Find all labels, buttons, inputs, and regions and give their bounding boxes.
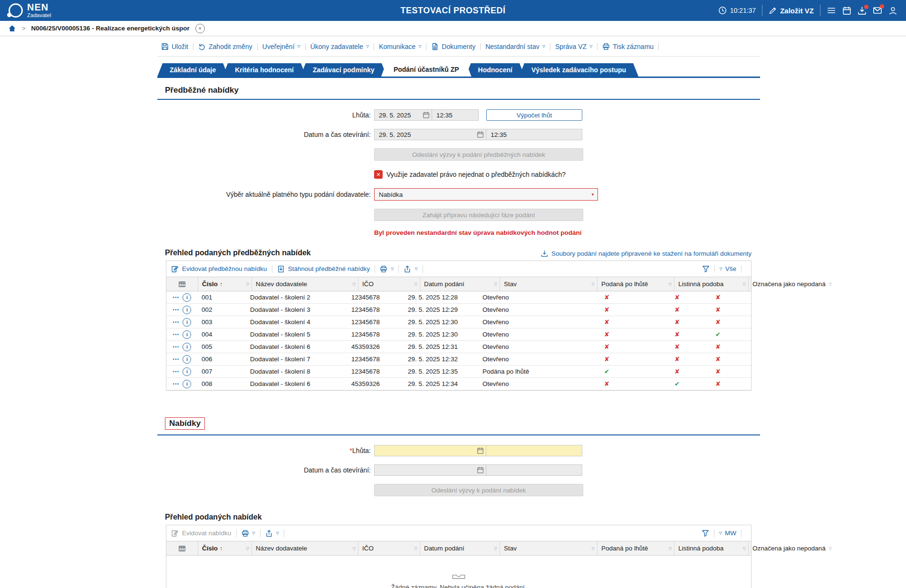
home-icon[interactable] <box>8 24 16 32</box>
close-icon[interactable]: ✕ <box>195 24 205 33</box>
menu-icon[interactable] <box>827 6 836 15</box>
filter-icon[interactable] <box>702 265 710 273</box>
zahajit-fazi-button[interactable]: Zahájit přípravu následující fáze podání <box>374 209 583 221</box>
filter-chevron-icon[interactable]: ▽ <box>246 282 249 287</box>
column-header-podana-po-lhute[interactable]: Podaná po lhůtě▽ <box>597 541 674 555</box>
table-row[interactable]: •••i003Dodavatel - školení 41234567829. … <box>166 316 751 328</box>
files-link[interactable]: Soubory podání najdete připravené ke sta… <box>541 250 752 257</box>
toolbar-nestandardni-stav[interactable]: Nestandardní stav▽ <box>485 43 545 50</box>
lhuta-date-input[interactable]: 29. 5. 2025 <box>374 109 432 121</box>
calendar-icon[interactable] <box>423 112 430 119</box>
row-info-icon[interactable]: i <box>183 293 191 302</box>
row-info-icon[interactable]: i <box>183 343 191 351</box>
filter-chevron-icon[interactable]: ▽ <box>591 282 595 287</box>
table-row[interactable]: •••i008Dodavatel - školení 64535932629. … <box>166 378 751 390</box>
user-icon[interactable] <box>888 6 897 15</box>
toolbar-ulozit[interactable]: Uložit <box>161 43 188 50</box>
offers-lhuta-time-input[interactable] <box>486 445 582 456</box>
calendar-icon[interactable] <box>477 447 484 454</box>
row-menu-icon[interactable]: ••• <box>173 308 180 312</box>
toolbar-komunikace[interactable]: Komunikace▽ <box>379 43 421 50</box>
calendar-icon[interactable] <box>477 131 484 138</box>
print-button[interactable]: ▽ <box>380 265 394 273</box>
evidovat-predbeznou-button[interactable]: Evidovat předběžnou nabídku <box>171 265 267 273</box>
row-menu-icon[interactable]: ••• <box>173 345 180 349</box>
column-header-cislo[interactable]: Číslo↑▽ <box>198 541 251 555</box>
checkbox-no-icon[interactable]: ✕ <box>374 170 383 179</box>
column-config-cell[interactable] <box>166 277 198 291</box>
filter-chevron-icon[interactable]: ▽ <box>668 546 672 551</box>
tab-zadavaci-podminky[interactable]: Zadávací podmínky <box>300 63 387 77</box>
filter-chevron-icon[interactable]: ▽ <box>352 282 356 287</box>
column-header-datum-podani[interactable]: Datum podání▽ <box>420 541 500 555</box>
column-header-podana-po-lhute[interactable]: Podaná po lhůtě▽ <box>597 277 674 291</box>
column-header-nazev-dodavatele[interactable]: Název dodavatele▽ <box>251 277 358 291</box>
brand[interactable]: NEN Zadavatel <box>9 2 51 19</box>
export-button[interactable]: ▽ <box>404 265 417 273</box>
filter-value[interactable]: MW <box>725 530 736 537</box>
toolbar-uverejneni[interactable]: Uveřejnění▽ <box>262 43 300 50</box>
filter-chevron-icon[interactable]: ▽ <box>494 546 497 551</box>
chevron-down-icon[interactable]: ▽ <box>720 267 723 271</box>
row-info-icon[interactable]: i <box>183 330 191 339</box>
tab-hodnoceni[interactable]: Hodnocení <box>466 63 525 77</box>
lhuta-time-input[interactable]: 12:35 <box>432 109 479 121</box>
column-config-cell[interactable] <box>166 541 198 555</box>
column-header-cislo[interactable]: Číslo↑▽ <box>198 277 251 291</box>
row-info-icon[interactable]: i <box>183 355 191 364</box>
row-info-icon[interactable]: i <box>183 380 191 388</box>
column-header-stav[interactable]: Stav▽ <box>500 277 597 291</box>
row-info-icon[interactable]: i <box>183 318 191 327</box>
downloads-icon[interactable] <box>858 6 867 15</box>
row-info-icon[interactable]: i <box>183 367 191 376</box>
vypocet-lhut-button[interactable]: Výpočet lhůt <box>486 109 582 121</box>
column-header-datum-podani[interactable]: Datum podání▽ <box>420 277 500 291</box>
filter-icon[interactable] <box>702 530 709 537</box>
table-row[interactable]: •••i006Dodavatel - školení 71234567829. … <box>166 353 751 366</box>
row-menu-icon[interactable]: ••• <box>173 369 180 374</box>
offers-otevirani-time-input[interactable] <box>486 464 582 476</box>
offers-odeslani-button[interactable]: Odeslání výzvy k podání nabídek <box>374 484 583 496</box>
export-button[interactable]: ▽ <box>265 530 279 537</box>
odeslani-vyzvy-button[interactable]: Odeslání výzvy k podání předběžných nabí… <box>374 148 583 161</box>
table-row[interactable]: •••i001Dodavatel - školení 21234567829. … <box>166 291 751 304</box>
typ-podani-select[interactable]: Nabídka ▼ <box>374 188 598 201</box>
toolbar-dokumenty[interactable]: Dokumenty <box>431 43 475 50</box>
table-row[interactable]: •••i002Dodavatel - školení 31234567829. … <box>166 304 751 316</box>
chevron-down-icon[interactable]: ▽ <box>719 531 722 535</box>
filter-chevron-icon[interactable]: ▽ <box>494 282 497 287</box>
filter-chevron-icon[interactable]: ▽ <box>352 546 356 551</box>
table-row[interactable]: •••i005Dodavatel - školení 64535932629. … <box>166 341 751 353</box>
row-menu-icon[interactable]: ••• <box>173 295 180 300</box>
tab-zakladni-udaje[interactable]: Základní údaje <box>157 63 228 77</box>
column-header-listinna-podoba[interactable]: Listinná podoba▽ <box>674 277 748 291</box>
otevirani-date-input[interactable]: 29. 5. 2025 <box>374 129 486 140</box>
column-header-ico[interactable]: IČO▽ <box>358 541 420 555</box>
filter-chevron-icon[interactable]: ▽ <box>742 282 746 287</box>
offers-otevirani-date-input[interactable] <box>374 464 486 476</box>
calendar-icon[interactable] <box>842 6 851 15</box>
filter-chevron-icon[interactable]: ▽ <box>246 546 249 551</box>
filter-chevron-icon[interactable]: ▽ <box>591 546 595 551</box>
column-header-oznacena-jako-nepodana[interactable]: Označena jako nepodaná▽ <box>748 277 834 291</box>
column-header-oznacena-jako-nepodana[interactable]: Označena jako nepodaná▽ <box>748 541 834 555</box>
toolbar-sprava-vz[interactable]: Správa VZ▽ <box>555 43 592 50</box>
column-header-ico[interactable]: IČO▽ <box>358 277 420 291</box>
column-header-listinna-podoba[interactable]: Listinná podoba▽ <box>674 541 748 555</box>
filter-chevron-icon[interactable]: ▽ <box>829 282 832 287</box>
toolbar-zahodit-zmeny[interactable]: Zahodit změny <box>198 43 252 50</box>
tab-podani-ucastniku-zp[interactable]: Podání účastníků ZP <box>381 62 472 77</box>
row-menu-icon[interactable]: ••• <box>173 332 180 337</box>
toolbar-tisk-zaznamu[interactable]: Tisk záznamu <box>602 43 654 50</box>
row-menu-icon[interactable]: ••• <box>173 382 180 386</box>
stahnout-predbezne-button[interactable]: Stáhnout předběžné nabídky <box>277 265 370 273</box>
otevirani-time-input[interactable]: 12:35 <box>486 129 582 140</box>
evidovat-nabidku-button[interactable]: Evidovat nabídku <box>171 530 231 537</box>
column-header-stav[interactable]: Stav▽ <box>500 541 597 555</box>
print-button[interactable]: ▽ <box>241 530 255 537</box>
calendar-icon[interactable] <box>477 467 484 474</box>
row-menu-icon[interactable]: ••• <box>173 357 180 362</box>
offers-lhuta-date-input[interactable] <box>374 445 486 456</box>
row-menu-icon[interactable]: ••• <box>173 320 180 325</box>
filter-chevron-icon[interactable]: ▽ <box>742 546 746 551</box>
